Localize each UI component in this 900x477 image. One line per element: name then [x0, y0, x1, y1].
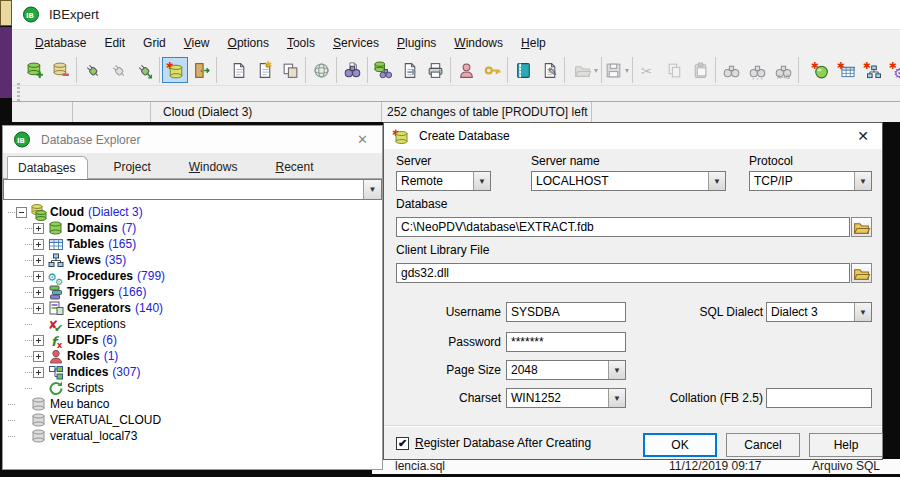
replace-button[interactable]: A→B	[770, 57, 796, 83]
disconnect-button[interactable]	[105, 57, 131, 83]
search-in-metadata-button[interactable]	[339, 57, 365, 83]
new-script-button[interactable]: ✱	[251, 57, 277, 83]
tree-guide-line	[25, 260, 32, 261]
chevron-down-icon[interactable]: ▼	[854, 303, 871, 321]
menu-services[interactable]: Services	[324, 32, 388, 54]
tab-databases[interactable]: Databases	[7, 156, 88, 179]
tree-item-meu-banco[interactable]: Meu banco	[3, 396, 382, 412]
server-select[interactable]: Remote ▼	[396, 171, 491, 191]
cut-button[interactable]: ✂	[635, 57, 661, 83]
help-button[interactable]: Help	[809, 433, 883, 457]
new-domain-button[interactable]: ✱	[807, 57, 833, 83]
chevron-down-icon[interactable]: ▼	[363, 180, 381, 199]
password-input[interactable]	[506, 332, 626, 352]
blob-viewer-button[interactable]	[510, 57, 536, 83]
expand-plus-icon[interactable]	[33, 367, 44, 378]
menu-windows[interactable]: Windows	[445, 32, 512, 54]
menu-help[interactable]: Help	[512, 32, 555, 54]
menu-edit[interactable]: Edit	[95, 32, 134, 54]
chevron-down-icon[interactable]: ▼	[624, 67, 631, 74]
copy-objects-button[interactable]	[277, 57, 303, 83]
unregister-database-button[interactable]	[48, 57, 74, 83]
extract-metadata-button[interactable]	[370, 57, 396, 83]
exit-application-button[interactable]	[188, 57, 214, 83]
toolbar-row-2	[12, 85, 900, 101]
username-input[interactable]	[506, 302, 626, 322]
ok-button[interactable]: OK	[643, 433, 717, 457]
unregister-database-icon	[52, 61, 71, 80]
background-window-fragment	[0, 0, 12, 26]
expand-plus-icon[interactable]	[33, 303, 44, 314]
sql-file-date: 11/12/2019 09:17	[669, 459, 762, 473]
register-database-button[interactable]	[22, 57, 48, 83]
server-name-select[interactable]: LOCALHOST ▼	[531, 171, 726, 191]
print-button[interactable]	[422, 57, 448, 83]
tree-item-count: (166)	[118, 285, 146, 299]
database-browse-button[interactable]	[851, 217, 872, 237]
save-file-icon	[604, 61, 623, 80]
menu-plugins[interactable]: Plugins	[388, 32, 445, 54]
chevron-down-icon[interactable]: ▼	[473, 172, 490, 190]
find-next-button[interactable]	[744, 57, 770, 83]
expand-plus-icon[interactable]	[33, 223, 44, 234]
protocol-select[interactable]: TCP/IP ▼	[749, 171, 872, 191]
test-connection-button[interactable]	[131, 57, 157, 83]
svg-text:✱: ✱	[863, 61, 871, 71]
new-view-button[interactable]: ✱	[859, 57, 885, 83]
script-generator-button[interactable]	[396, 57, 422, 83]
tree-item-label: Exceptions	[67, 317, 126, 331]
copy-button[interactable]	[661, 57, 687, 83]
expand-plus-icon[interactable]	[33, 255, 44, 266]
expand-plus-icon[interactable]	[33, 351, 44, 362]
chevron-down-icon[interactable]: ▼	[608, 361, 625, 379]
user-manager-button[interactable]	[453, 57, 479, 83]
expand-plus-icon[interactable]	[33, 287, 44, 298]
collapse-minus-icon[interactable]	[16, 207, 27, 218]
grant-manager-button[interactable]	[479, 57, 505, 83]
save-file-button[interactable]: ▼	[604, 57, 630, 83]
tab-recent[interactable]: Recent	[264, 155, 326, 178]
expand-plus-icon[interactable]	[33, 239, 44, 250]
tree-item-veratual-local73[interactable]: veratual_local73	[3, 428, 382, 444]
localization-button[interactable]	[308, 57, 334, 83]
dialog-close-icon[interactable]: ✕	[852, 128, 874, 144]
tree-item-scripts[interactable]: Scripts	[3, 380, 382, 396]
explorer-close-icon[interactable]: ✕	[353, 132, 372, 147]
client-library-input[interactable]	[396, 263, 850, 283]
extract-metadata-icon	[374, 61, 393, 80]
open-file-button[interactable]: ▼	[573, 57, 599, 83]
dialog-title-bar: ✱ Create Database ✕	[384, 123, 882, 149]
menu-view[interactable]: View	[175, 32, 219, 54]
tree-item-veratual-cloud[interactable]: VERATUAL_CLOUD	[3, 412, 382, 428]
chevron-down-icon[interactable]: ▼	[854, 172, 871, 190]
paste-button[interactable]	[687, 57, 713, 83]
chevron-down-icon[interactable]: ▼	[593, 67, 600, 74]
collation-input[interactable]	[766, 388, 872, 408]
menu-database[interactable]: Database	[26, 32, 95, 54]
client-library-browse-button[interactable]	[851, 263, 872, 283]
menu-options[interactable]: Options	[219, 32, 278, 54]
charset-select[interactable]: WIN1252 ▼	[506, 388, 626, 408]
tree-item-label: Views	[67, 253, 101, 267]
sql-dialect-select[interactable]: Dialect 3 ▼	[766, 302, 872, 322]
menu-grid[interactable]: Grid	[134, 32, 175, 54]
expand-plus-icon[interactable]	[33, 271, 44, 282]
register-after-creating-checkbox[interactable]: ✔	[396, 437, 409, 450]
cancel-button[interactable]: Cancel	[726, 433, 800, 457]
create-database-button[interactable]: ✱	[162, 57, 188, 83]
new-table-button[interactable]: ✱	[833, 57, 859, 83]
find-button[interactable]	[718, 57, 744, 83]
new-sql-editor-button[interactable]	[225, 57, 251, 83]
tab-windows[interactable]: Windows	[178, 155, 251, 178]
chevron-down-icon[interactable]: ▼	[708, 172, 725, 190]
chevron-down-icon[interactable]: ▼	[608, 389, 625, 407]
expand-plus-icon[interactable]	[33, 335, 44, 346]
connect-button[interactable]	[79, 57, 105, 83]
database-filter-combo[interactable]: ▼	[3, 179, 382, 200]
tab-project[interactable]: Project	[102, 155, 163, 178]
page-size-select[interactable]: 2048 ▼	[506, 360, 626, 380]
database-path-input[interactable]	[396, 217, 850, 237]
menu-tools[interactable]: Tools	[278, 32, 324, 54]
new-procedure-button[interactable]: ✱⚙	[885, 57, 900, 83]
sql-editor-edit-button[interactable]: ✎	[536, 57, 562, 83]
